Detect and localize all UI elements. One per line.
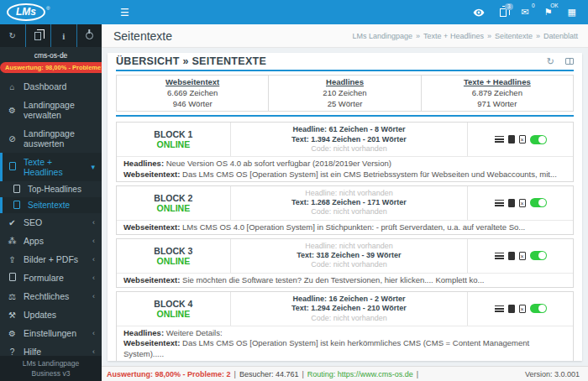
list-icon[interactable]	[495, 305, 504, 312]
pages-icon[interactable]: 3	[500, 8, 507, 17]
online-toggle[interactable]	[530, 198, 547, 207]
stat-zeichen: 210 Zeichen	[272, 88, 417, 99]
chevron-left-icon: ‹	[92, 255, 95, 264]
file-report-icon[interactable]	[519, 135, 526, 144]
breadcrumb: LMs Landingpage » Texte + Headlines » Se…	[353, 32, 578, 40]
grid-icon[interactable]: ▦	[568, 8, 576, 17]
block-stats-cell: Headline: nicht vorhanden Text: 318 Zeic…	[231, 239, 468, 273]
code-count: Code: nicht vorhanden	[233, 260, 465, 269]
headlines-label: Headlines:	[123, 328, 164, 337]
sidebar-item-rechtliches[interactable]: ⚖Rechtliches‹	[0, 287, 102, 305]
eye-icon[interactable]	[473, 8, 485, 17]
sidebar-item-landingpage-auswerten[interactable]: ⊘Landingpage auswerten	[0, 124, 102, 153]
block-actions	[468, 239, 573, 273]
breadcrumb-item[interactable]: Datenblatt	[543, 32, 578, 40]
sidebar-item-einstellungen[interactable]: ⚙Einstellungen‹	[0, 324, 102, 342]
sidebar-item-formulare[interactable]: Formulare‹	[0, 269, 102, 287]
sidebar-item-seo[interactable]: ✔SEO‹	[0, 213, 102, 232]
headline-count: Headline: nicht vorhanden	[233, 242, 465, 251]
block-row-1: BLOCK 1 ONLINE Headline: 61 Zeichen - 8 …	[116, 122, 574, 181]
copy-glyph	[34, 32, 41, 40]
chevron-left-icon: ‹	[92, 218, 95, 227]
status-bar: Auswertung: 98,00% - Probleme: 2 | Besuc…	[102, 366, 588, 381]
file-icon	[7, 162, 18, 172]
list-icon[interactable]	[495, 253, 504, 259]
status-badge: ONLINE	[118, 309, 228, 319]
code-count: Code: nicht vorhanden	[233, 314, 465, 323]
stat-zeichen: 6.669 Zeichen	[120, 88, 265, 99]
breadcrumb-item[interactable]: LMs Landingpage	[353, 32, 413, 40]
online-toggle[interactable]	[530, 251, 547, 260]
sidebar-toggle-icon[interactable]: ☰	[120, 8, 129, 18]
file-icon[interactable]	[508, 252, 515, 260]
file-report-icon[interactable]	[519, 305, 526, 313]
top-navbar: LMs ® ☰ 3 ✉ 0 ⚑ OK ▦	[0, 0, 588, 24]
status-badge: ONLINE	[118, 203, 228, 213]
separator: |	[417, 370, 418, 378]
mail-icon[interactable]: ✉ 0	[522, 8, 529, 17]
sidebar-item-dashboard[interactable]: ⌂Dashboard	[0, 77, 102, 96]
sidebar-item-seitentexte[interactable]: Seitentexte	[0, 197, 102, 213]
info-icon[interactable]: i	[51, 24, 77, 47]
info-glyph: i	[62, 31, 65, 41]
registered-mark: ®	[46, 6, 50, 11]
file-icon[interactable]	[508, 135, 515, 144]
sidebar-item-top-headlines[interactable]: Top-Headlines	[0, 181, 102, 197]
chevron-left-icon: ‹	[92, 292, 95, 300]
code-count: Code: nicht vorhanden	[233, 207, 465, 217]
file-icon	[7, 273, 18, 283]
sidebar-item-label: Landingpage auswerten	[24, 128, 95, 149]
card-header: ÜBERSICHT » SEITENTEXTE ↻	[108, 53, 582, 70]
print-icon[interactable]	[565, 58, 574, 65]
online-toggle[interactable]	[530, 135, 547, 144]
flag-icon[interactable]: ⚑ OK	[544, 8, 553, 17]
block-actions	[468, 186, 573, 220]
text-count: Text: 1.294 Zeichen - 210 Wörter	[233, 304, 465, 313]
block-preview: Headlines: Weitere Details: Webseitentex…	[117, 326, 573, 361]
block-stats-cell: Headline: 16 Zeichen - 2 Wörter Text: 1.…	[231, 292, 468, 326]
question-circle-icon: ?	[7, 347, 18, 357]
list-icon[interactable]	[495, 200, 504, 206]
stat-headlines: Headlines 210 Zeichen 25 Wörter	[269, 76, 421, 111]
stat-label-link[interactable]: Headlines	[272, 77, 417, 88]
sidebar-item-texte-headlines[interactable]: Texte + Headlines▾	[0, 153, 102, 181]
sidebar-item-hilfe[interactable]: ?Hilfe‹	[0, 342, 102, 356]
refresh-icon[interactable]: ↻	[547, 56, 554, 67]
routing-link[interactable]: Routing: https://www.cms-os.de	[307, 370, 413, 378]
sidebar-item-label: Updates	[24, 310, 56, 320]
evaluation-alert-badge[interactable]: Auswertung: 98,00% - Probleme: 2	[0, 62, 102, 73]
separator: |	[302, 370, 303, 378]
refresh-icon[interactable]: ↻	[0, 24, 26, 47]
file-icon[interactable]	[508, 199, 515, 207]
headlines-label: Headlines:	[123, 159, 164, 168]
copy-glyph	[500, 8, 507, 17]
stat-label-link[interactable]: Webseitentext	[120, 77, 265, 88]
webseitentext-preview: LMs CMS OS 4.0 [Operation System] in Sti…	[182, 222, 525, 232]
power-icon[interactable]	[77, 24, 102, 47]
stat-label-link[interactable]: Texte + Headlines	[425, 77, 570, 88]
copy-icon[interactable]	[26, 24, 52, 47]
sidebar-item-bilder-pdfs[interactable]: ⇪Bilder + PDFs‹	[0, 250, 102, 269]
content-header: Seitentexte LMs Landingpage » Texte + He…	[102, 24, 588, 48]
block-name: BLOCK 1	[118, 129, 228, 139]
separator: |	[234, 370, 236, 378]
mail-badge: 0	[532, 3, 535, 9]
breadcrumb-item[interactable]: Seitentexte	[495, 32, 533, 40]
gavel-icon: ⚖	[7, 292, 18, 301]
chevron-down-icon: ▾	[91, 163, 95, 171]
card-title: ÜBERSICHT » SEITENTEXTE	[116, 55, 266, 67]
block-name: BLOCK 4	[118, 299, 228, 309]
logo-area[interactable]: LMs ®	[0, 0, 102, 24]
file-report-icon[interactable]	[519, 199, 526, 207]
file-icon[interactable]	[508, 305, 515, 313]
sidebar-item-landingpage-verwalten[interactable]: ⚙Landingpage verwalten	[0, 96, 102, 124]
block-row-3: BLOCK 3 ONLINE Headline: nicht vorhanden…	[116, 238, 574, 288]
online-toggle[interactable]	[530, 304, 547, 313]
list-icon[interactable]	[495, 136, 504, 143]
file-report-icon[interactable]	[519, 252, 526, 260]
breadcrumb-item[interactable]: Texte + Headlines	[423, 32, 484, 40]
stat-texte-headlines: Texte + Headlines 6.879 Zeichen 971 Wört…	[422, 76, 573, 111]
sidebar-item-apps[interactable]: ⁂Apps‹	[0, 232, 102, 250]
sidebar-item-label: Dashboard	[24, 81, 66, 91]
sidebar-item-updates[interactable]: ⚒Updates	[0, 305, 102, 324]
